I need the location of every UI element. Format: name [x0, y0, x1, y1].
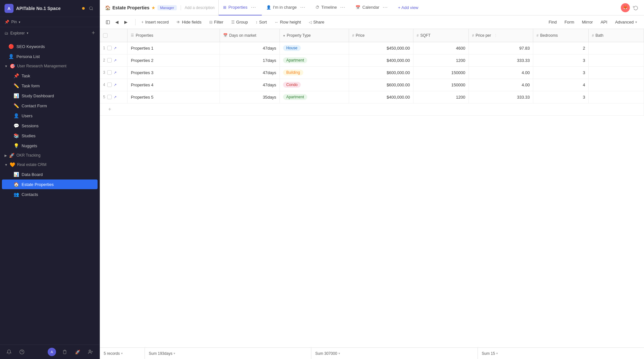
calendar-icon: 📅	[355, 5, 360, 10]
find-button[interactable]: Find	[545, 18, 560, 26]
collapse-sidebar-button[interactable]	[104, 18, 112, 26]
sidebar-item-sessions[interactable]: 💬 Sessions	[2, 121, 98, 131]
col-header-baths[interactable]: # Bath	[589, 29, 644, 42]
sidebar-section-okr[interactable]: ▶ 🚀 OKR Tracking	[0, 151, 99, 160]
contact-form-icon: ✏️	[14, 103, 19, 108]
view-tab-timeline[interactable]: ⏱ Timeline ⋯	[311, 0, 351, 15]
row-name-cell[interactable]: Properties 4	[128, 79, 220, 91]
sidebar-item-nuggets[interactable]: 💡 Nuggets	[2, 141, 98, 150]
col-header-properties[interactable]: ☰ Properties	[128, 29, 220, 42]
table-row[interactable]: 1 ↗ Properties 1 47days House $450,000.0…	[100, 42, 644, 54]
col-header-days[interactable]: 📅 Days on market	[220, 29, 279, 42]
add-row-plus-icon[interactable]: +	[103, 106, 116, 112]
col-header-check[interactable]	[100, 29, 128, 42]
sidebar-item-data-board[interactable]: 📊 Data Board	[2, 170, 98, 179]
table-wrapper[interactable]: ☰ Properties 📅 Days on market ● P	[100, 29, 644, 347]
sidebar-item-users[interactable]: 👤 Users	[2, 111, 98, 121]
col-header-type[interactable]: ● Property Type	[279, 29, 349, 42]
manager-badge: Manager	[157, 5, 176, 10]
sidebar-header: A APITable No.1 Space	[0, 0, 99, 17]
view-options-icon[interactable]: ⋯	[250, 4, 257, 10]
expand-icon[interactable]: ↗	[114, 95, 117, 99]
row-checkbox[interactable]	[107, 95, 112, 99]
sidebar-item-contacts[interactable]: 👥 Contacts	[2, 189, 98, 199]
table-row[interactable]: 5 ↗ Properties 5 35days Apartment $400,0…	[100, 91, 644, 103]
sidebar-item-persona-list[interactable]: 👤 Persona List	[2, 52, 98, 61]
add-view-button[interactable]: + Add view	[393, 5, 423, 10]
row-checkbox[interactable]	[107, 70, 112, 75]
pin-bar[interactable]: 📌 Pin ▾	[0, 17, 99, 27]
undo-icon[interactable]	[631, 3, 640, 12]
row-name-cell[interactable]: Properties 2	[128, 54, 220, 66]
sidebar-item-seo-keywords[interactable]: 🔴 SEO Keywords	[2, 42, 98, 51]
table-row[interactable]: 2 ↗ Properties 2 17days Apartment $400,0…	[100, 54, 644, 66]
col-header-sqft[interactable]: # SQFT	[413, 29, 469, 42]
group-icon: ☰	[231, 20, 235, 24]
table-row[interactable]: 4 ↗ Properties 4 47days Condo $600,000.0…	[100, 79, 644, 91]
group-button[interactable]: ☰ Group	[228, 18, 251, 26]
row-height-button[interactable]: ↔ Row height	[271, 18, 304, 26]
row-checkbox[interactable]	[107, 46, 112, 50]
form-button[interactable]: Form	[561, 18, 577, 26]
row-check-cell[interactable]: 3 ↗	[100, 66, 128, 79]
trash-icon[interactable]	[60, 347, 69, 356]
user-profile-icon[interactable]: A	[47, 347, 56, 356]
back-button[interactable]: ◀	[113, 18, 121, 26]
row-check-cell[interactable]: 1 ↗	[100, 42, 128, 54]
sidebar-item-estate-properties[interactable]: 🏠 Estate Properties	[2, 180, 98, 189]
col-header-priceper[interactable]: # Price per ⋮	[469, 29, 533, 42]
expand-icon[interactable]: ↗	[114, 46, 117, 50]
sidebar-search-icon[interactable]	[87, 5, 95, 12]
sidebar-item-study-dashboard[interactable]: 📊 Study Dashboard	[2, 91, 98, 101]
sidebar-item-task[interactable]: 📌 Task	[2, 71, 98, 81]
insert-record-button[interactable]: + Insert record	[138, 18, 172, 26]
view-options-icon3[interactable]: ⋯	[339, 4, 346, 10]
filter-button[interactable]: ⊟ Filter	[206, 18, 227, 26]
rocket-icon[interactable]: 🚀	[73, 347, 82, 356]
view-tab-calendar[interactable]: 📅 Calendar ⋯	[351, 0, 393, 15]
person-add-icon[interactable]	[86, 347, 95, 356]
notifications-icon[interactable]	[5, 347, 14, 356]
description-text[interactable]: Add a description	[181, 0, 219, 15]
api-button[interactable]: API	[597, 18, 611, 26]
view-options-icon2[interactable]: ⋯	[299, 4, 307, 10]
view-tab-im-in-charge[interactable]: 👤 I'm in charge ⋯	[262, 0, 311, 15]
view-options-icon4[interactable]: ⋯	[381, 4, 389, 10]
share-button[interactable]: ◁ Share	[306, 18, 328, 26]
col-header-price[interactable]: # Price	[349, 29, 413, 42]
sidebar-section-user-research[interactable]: ▼ 🎯 User Research Management	[0, 62, 99, 71]
explorer-bar[interactable]: 🗂 Explorer ▾ +	[0, 27, 99, 39]
user-avatar[interactable]: 🦊	[621, 3, 630, 12]
expand-icon[interactable]: ↗	[114, 83, 117, 87]
sidebar-item-task-form[interactable]: ✏️ Task form	[2, 81, 98, 91]
expand-icon[interactable]: ↗	[114, 58, 117, 63]
mirror-button[interactable]: Mirror	[579, 18, 596, 26]
col-header-bedrooms[interactable]: # Bedrooms	[533, 29, 589, 42]
beds-sum-chevron-icon: ▾	[496, 352, 498, 355]
add-row[interactable]: +	[100, 103, 644, 115]
help-icon[interactable]	[17, 347, 26, 356]
row-baths-cell	[589, 66, 644, 79]
forward-button[interactable]: ▶	[122, 18, 130, 26]
hide-fields-button[interactable]: 👁 Hide fields	[173, 18, 205, 26]
row-checkbox[interactable]	[107, 82, 112, 87]
expand-icon[interactable]: ↗	[114, 71, 117, 75]
row-check-cell[interactable]: 5 ↗	[100, 91, 128, 103]
select-all-checkbox[interactable]	[103, 33, 108, 38]
star-icon[interactable]: ★	[151, 5, 156, 10]
row-checkbox[interactable]	[107, 58, 112, 63]
table-row[interactable]: 3 ↗ Properties 3 47days Building $600,00…	[100, 66, 644, 79]
row-name-cell[interactable]: Properties 1	[128, 42, 220, 54]
row-name-cell[interactable]: Properties 5	[128, 91, 220, 103]
view-tab-properties[interactable]: ⊞ Properties ⋯	[219, 0, 261, 15]
row-check-cell[interactable]: 2 ↗	[100, 54, 128, 66]
row-check-cell[interactable]: 4 ↗	[100, 79, 128, 91]
sidebar-section-real-estate[interactable]: ▼ 🧡 Real estate CRM	[0, 160, 99, 169]
row-name-cell[interactable]: Properties 3	[128, 66, 220, 79]
sidebar-item-studies[interactable]: 📚 Studies	[2, 131, 98, 141]
advanced-button[interactable]: Advanced ▾	[612, 18, 640, 26]
sort-button[interactable]: ↕ Sort	[252, 18, 270, 26]
row-price-cell: $400,000.00	[349, 54, 413, 66]
sidebar-item-contact-form[interactable]: ✏️ Contact Form	[2, 101, 98, 111]
add-row-cell[interactable]: +	[100, 103, 644, 115]
